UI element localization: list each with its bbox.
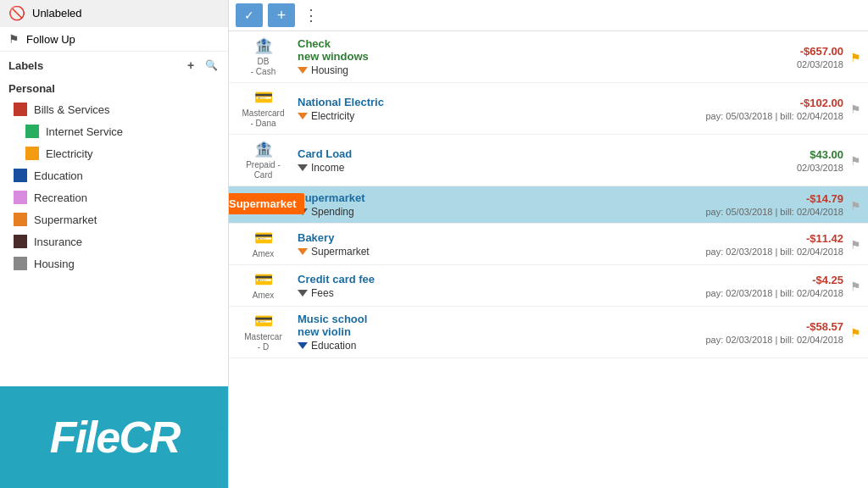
- account-label: DB- Cash: [251, 57, 275, 77]
- account-info: 💳: [236, 195, 291, 215]
- color-insurance: [14, 235, 27, 248]
- transaction-date: 02/03/2018: [797, 163, 843, 173]
- sidebar-item-supermarket[interactable]: Supermarket: [0, 208, 228, 230]
- transaction-content: Credit card fee Fees: [298, 273, 699, 299]
- account-info: 💳 Amex: [236, 270, 291, 301]
- transaction-amount: -$657.00: [800, 45, 843, 58]
- sidebar-item-unlabeled[interactable]: 🚫 Unlabeled: [0, 0, 228, 27]
- flag-icon: ⚑: [8, 32, 19, 46]
- account-info: 💳 Mastercard- Dana: [236, 88, 291, 129]
- section-personal: Personal: [0, 79, 228, 98]
- table-row[interactable]: 💳 Mastercard- Dana National Electric Ele…: [229, 83, 868, 135]
- sidebar: 🚫 Unlabeled ⚑ Follow Up Labels + 🔍 Perso…: [0, 0, 229, 488]
- category-arrow-icon: [298, 208, 308, 215]
- color-electricity: [25, 147, 39, 160]
- transaction-amount: -$14.79: [806, 192, 843, 205]
- sidebar-item-followup[interactable]: ⚑ Follow Up: [0, 27, 228, 52]
- watermark: FileCR: [0, 386, 229, 488]
- table-row[interactable]: 💳 Amex Credit card fee Fees -$4.25 pay: …: [229, 265, 868, 307]
- label-insurance: Insurance: [34, 236, 82, 248]
- account-label: Prepaid -Card: [246, 160, 281, 180]
- sidebar-item-housing[interactable]: Housing: [0, 252, 228, 274]
- transaction-right: -$11.42 pay: 02/03/2018 | bill: 02/04/20…: [706, 232, 844, 257]
- sidebar-item-recreation[interactable]: Recreation: [0, 186, 228, 208]
- flag-icon: ⚑: [850, 326, 861, 340]
- flag-container[interactable]: ⚑: [850, 197, 861, 213]
- main-content: ✓ + ⋮ 🏦 DB- Cash Checknew windows Housin…: [229, 0, 868, 488]
- transaction-date: 02/03/2018: [797, 59, 843, 69]
- add-transaction-button[interactable]: +: [268, 3, 295, 27]
- flag-container[interactable]: ⚑: [850, 152, 861, 168]
- label-electricity: Electricity: [46, 147, 93, 160]
- transaction-right: -$4.25 pay: 02/03/2018 | bill: 02/04/201…: [706, 274, 844, 298]
- table-row[interactable]: 🏦 Prepaid -Card Card Load Income $43.00 …: [229, 135, 868, 186]
- category-label: Income: [311, 162, 344, 174]
- category-arrow-icon: [298, 248, 308, 255]
- toolbar: ✓ + ⋮: [229, 0, 868, 31]
- transaction-date: pay: 05/03/2018 | bill: 02/04/2018: [706, 111, 844, 121]
- color-education: [14, 169, 27, 182]
- category-arrow-icon: [298, 164, 308, 171]
- category-row: Housing: [298, 64, 735, 76]
- table-row[interactable]: 💳 Amex Bakery Supermarket -$11.42 pay: 0…: [229, 224, 868, 265]
- account-label: Amex: [253, 249, 275, 259]
- label-bills-services: Bills & Services: [34, 103, 110, 116]
- card-icon: 💳: [254, 312, 273, 330]
- transaction-date: pay: 05/03/2018 | bill: 02/04/2018: [706, 207, 844, 217]
- bank-icon: 🏦: [254, 140, 273, 158]
- account-label: Mastercard- Dana: [242, 108, 284, 129]
- sidebar-item-insurance[interactable]: Insurance: [0, 230, 228, 252]
- category-row: Electricity: [298, 110, 699, 122]
- transaction-date: pay: 02/03/2018 | bill: 02/04/2018: [706, 335, 844, 345]
- table-row[interactable]: 🏦 DB- Cash Checknew windows Housing -$65…: [229, 31, 868, 83]
- category-label: Education: [311, 340, 356, 352]
- category-label: Electricity: [311, 110, 354, 122]
- flag-container[interactable]: ⚑: [850, 49, 861, 64]
- more-options-button[interactable]: ⋮: [300, 6, 322, 25]
- table-row[interactable]: 💳 Mastercar- D Music schoolnew violin Ed…: [229, 307, 868, 358]
- category-label: Housing: [311, 64, 348, 76]
- unlabeled-label: Unlabeled: [32, 7, 82, 19]
- category-label: Spending: [311, 206, 354, 218]
- transaction-date: pay: 02/03/2018 | bill: 02/04/2018: [706, 247, 844, 257]
- account-info: 🏦 DB- Cash: [236, 36, 291, 77]
- flag-container[interactable]: ⚑: [850, 236, 861, 252]
- transaction-right: -$657.00 02/03/2018: [742, 45, 843, 69]
- transaction-name: Bakery: [298, 231, 699, 244]
- color-bills-services: [14, 103, 27, 116]
- transaction-date: pay: 02/03/2018 | bill: 02/04/2018: [706, 288, 844, 298]
- flag-container[interactable]: ⚑: [850, 278, 861, 293]
- transaction-content: Music schoolnew violin Education: [298, 313, 699, 352]
- check-button[interactable]: ✓: [236, 3, 263, 27]
- transaction-list: 🏦 DB- Cash Checknew windows Housing -$65…: [229, 31, 868, 488]
- category-arrow-icon: [298, 113, 308, 119]
- account-info: 💳 Amex: [236, 229, 291, 259]
- transaction-name: Music schoolnew violin: [298, 313, 699, 338]
- label-housing: Housing: [34, 258, 75, 270]
- add-label-button[interactable]: +: [182, 57, 199, 74]
- transaction-name: Checknew windows: [298, 37, 735, 63]
- label-supermarket: Supermarket: [34, 214, 97, 226]
- followup-label: Follow Up: [26, 33, 75, 46]
- sidebar-item-electricity[interactable]: Electricity: [0, 142, 228, 164]
- table-row[interactable]: 💳 Supermarket Spending -$14.79 pay: 05/0…: [229, 186, 868, 224]
- color-recreation: [14, 191, 27, 204]
- sidebar-item-bills-services[interactable]: Bills & Services: [0, 98, 228, 120]
- sidebar-item-education[interactable]: Education: [0, 164, 228, 186]
- transaction-amount: $43.00: [810, 148, 843, 161]
- sidebar-item-internet-service[interactable]: Internet Service: [0, 120, 228, 142]
- color-internet-service: [25, 125, 39, 138]
- search-labels-button[interactable]: 🔍: [203, 57, 220, 74]
- account-label: Mastercar- D: [244, 332, 281, 352]
- account-info: 💳 Mastercar- D: [236, 312, 291, 352]
- flag-container[interactable]: ⚑: [850, 324, 861, 340]
- category-label: Fees: [311, 287, 334, 299]
- transaction-right: $43.00 02/03/2018: [742, 148, 843, 173]
- flag-container[interactable]: ⚑: [850, 101, 861, 116]
- category-row: Fees: [298, 287, 699, 299]
- unlabeled-icon: 🚫: [8, 5, 25, 21]
- account-info: 🏦 Prepaid -Card: [236, 140, 291, 180]
- transaction-content: National Electric Electricity: [298, 96, 699, 122]
- transaction-amount: -$4.25: [812, 274, 843, 286]
- transaction-name: Credit card fee: [298, 273, 699, 286]
